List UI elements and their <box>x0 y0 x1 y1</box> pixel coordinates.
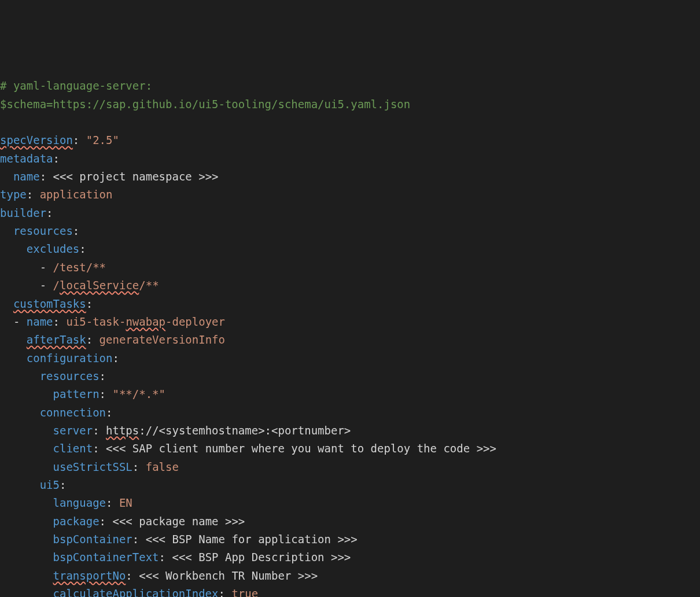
code-line: resources: <box>0 222 700 240</box>
code-line: bspContainer: <<< BSP Name for applicati… <box>0 530 700 548</box>
code-line: builder: <box>0 204 700 222</box>
code-line: server: https://<systemhostname>:<portnu… <box>0 422 700 440</box>
yaml-key: ui5 <box>40 478 60 491</box>
comment-text: # yaml-language-server: <box>0 79 152 92</box>
code-line: client: <<< SAP client number where you … <box>0 440 700 458</box>
yaml-key: server <box>53 424 93 437</box>
code-line: type: application <box>0 186 700 204</box>
empty-line <box>0 116 6 128</box>
code-line: - /test/** <box>0 259 700 277</box>
comment-text: $schema=https://sap.github.io/ui5-toolin… <box>0 98 410 110</box>
yaml-key: resources <box>13 224 73 237</box>
yaml-value: application <box>40 188 113 201</box>
yaml-key: pattern <box>53 388 100 400</box>
code-line: - /localService/** <box>0 277 700 294</box>
yaml-value: EN <box>119 496 132 509</box>
code-line: language: EN <box>0 494 700 512</box>
yaml-value: <<< Workbench TR Number >>> <box>139 569 318 582</box>
code-line: useStrictSSL: false <box>0 458 700 476</box>
yaml-key: bspContainerText <box>53 551 159 563</box>
code-line: package: <<< package name >>> <box>0 513 700 530</box>
yaml-key: package <box>53 515 100 528</box>
code-line: resources: <box>0 367 700 385</box>
code-line: afterTask: generateVersionInfo <box>0 331 700 349</box>
yaml-value: ui5-task- <box>66 315 126 328</box>
code-line: bspContainerText: <<< BSP App Descriptio… <box>0 548 700 566</box>
dash: - <box>40 261 46 274</box>
yaml-value: ://<systemhostname>:<portnumber> <box>139 424 351 437</box>
code-line: connection: <box>0 404 700 422</box>
code-line: name: <<< project namespace >>> <box>0 168 700 186</box>
yaml-key: builder <box>0 207 46 219</box>
yaml-key: client <box>53 442 93 455</box>
code-line <box>0 113 700 131</box>
yaml-value: <<< SAP client number where you want to … <box>106 442 496 455</box>
yaml-value: generateVersionInfo <box>100 333 225 346</box>
yaml-key: connection <box>40 406 106 419</box>
yaml-key: name <box>27 315 53 328</box>
yaml-key: customTasks <box>13 297 86 310</box>
code-editor[interactable]: # yaml-language-server:$schema=https://s… <box>0 77 700 597</box>
code-line: # yaml-language-server: <box>0 77 700 95</box>
yaml-key: configuration <box>27 352 113 364</box>
yaml-value: nwabap <box>126 315 165 328</box>
yaml-value: -deployer <box>165 315 225 328</box>
yaml-value: "2.5" <box>86 134 119 146</box>
code-line: excludes: <box>0 240 700 258</box>
yaml-key: afterTask <box>27 333 86 346</box>
code-line: calculateApplicationIndex: true <box>0 585 700 597</box>
code-line: configuration: <box>0 349 700 367</box>
yaml-key: excludes <box>27 242 80 255</box>
yaml-key: type <box>0 188 27 201</box>
dash: - <box>40 279 46 292</box>
code-line: pattern: "**/*.*" <box>0 385 700 403</box>
yaml-value: <<< BSP App Description >>> <box>172 551 351 563</box>
yaml-key: specVersion <box>0 134 73 146</box>
dash: - <box>13 315 20 328</box>
yaml-value: "**/*.*" <box>112 388 165 400</box>
code-line: $schema=https://sap.github.io/ui5-toolin… <box>0 95 700 113</box>
yaml-value: localService <box>60 279 139 292</box>
yaml-value: <<< package name >>> <box>112 515 245 528</box>
yaml-value: /** <box>139 279 159 292</box>
code-line: customTasks: <box>0 295 700 313</box>
yaml-key: calculateApplicationIndex <box>53 587 219 597</box>
yaml-value: /test/** <box>53 261 106 274</box>
code-line: specVersion: "2.5" <box>0 131 700 149</box>
yaml-key: transportNo <box>53 569 126 582</box>
yaml-value: / <box>53 279 60 292</box>
yaml-key: language <box>53 496 106 509</box>
code-line: - name: ui5-task-nwabap-deployer <box>0 313 700 331</box>
yaml-value: <<< project namespace >>> <box>53 170 219 183</box>
yaml-value: false <box>146 460 179 473</box>
code-line: transportNo: <<< Workbench TR Number >>> <box>0 567 700 585</box>
yaml-key: metadata <box>0 152 53 165</box>
code-line: ui5: <box>0 476 700 494</box>
yaml-value: true <box>231 587 258 597</box>
yaml-key: name <box>13 170 40 183</box>
yaml-key: bspContainer <box>53 533 132 546</box>
yaml-value: <<< BSP Name for application >>> <box>146 533 358 546</box>
yaml-key: useStrictSSL <box>53 460 132 473</box>
code-line: metadata: <box>0 150 700 168</box>
yaml-value: https <box>106 424 139 437</box>
yaml-key: resources <box>40 370 100 382</box>
